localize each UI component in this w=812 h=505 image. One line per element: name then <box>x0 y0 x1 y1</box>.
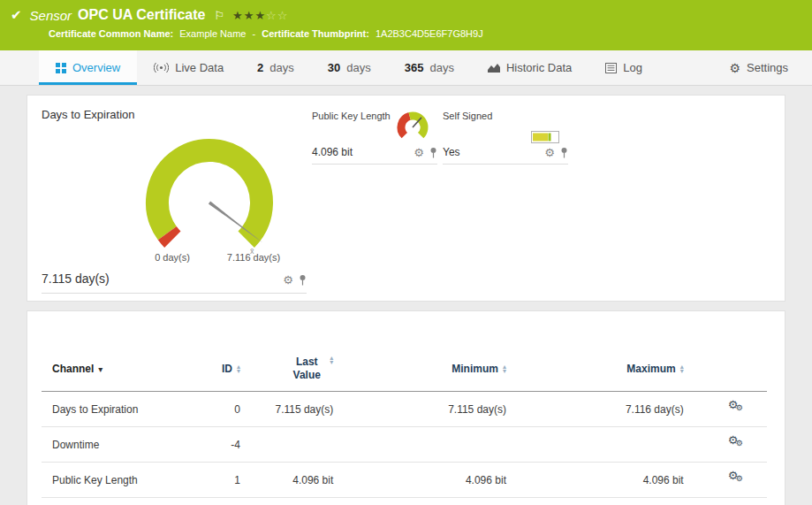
tab-label: days <box>346 61 370 74</box>
tab-historic-data[interactable]: Historic Data <box>471 50 588 85</box>
channel-minimum: 4.096 bit <box>354 463 527 498</box>
col-label: Last Value <box>288 356 325 382</box>
gauge-title: Days to Expiration <box>42 108 307 121</box>
sort-icon: ▴▾ <box>237 364 240 373</box>
tab-label: Historic Data <box>506 61 572 74</box>
tab-label: Overview <box>72 61 120 74</box>
channel-id: -4 <box>193 427 262 463</box>
sensor-overview-page: ✔ Sensor OPC UA Certificate ⚐ ★★★☆☆ Cert… <box>0 0 812 505</box>
col-header-channel[interactable]: Channel ▾ <box>42 348 193 392</box>
public-key-gauge-dial <box>393 110 432 143</box>
channel-settings-icon[interactable]: ⚙ <box>414 147 424 158</box>
log-list-icon <box>605 63 617 73</box>
channel-minimum: 7.115 day(s) <box>354 392 527 427</box>
tab-log[interactable]: Log <box>588 50 659 85</box>
channel-last-value: 7.115 day(s) <box>262 392 354 427</box>
self-signed-indicator <box>531 131 559 143</box>
tab-2-days[interactable]: 2 days <box>240 50 311 85</box>
channel-name: Self Signed <box>42 498 193 505</box>
gauge-footer: 4.096 bit ⚙ <box>312 146 437 165</box>
tab-number: 30 <box>328 61 340 74</box>
thumbprint-label: Certificate Thumbprint: <box>262 28 369 39</box>
table-row: Downtime -4 ⚙⚙ <box>42 427 767 463</box>
gauge-self-signed: Self Signed Yes ⚙ <box>443 108 568 165</box>
stars-filled: ★★★ <box>232 9 266 22</box>
col-label: Channel <box>52 363 94 375</box>
table-header-row: Channel ▾ ID ▴▾ Last Val <box>42 348 767 392</box>
channel-settings-icon[interactable]: ⚙⚙ <box>727 401 745 415</box>
channel-settings-icon[interactable]: ⚙ <box>283 274 293 286</box>
table-row: Days to Expiration 0 7.115 day(s) 7.115 … <box>42 392 767 427</box>
channel-last-value: 4.096 bit <box>262 463 354 498</box>
gauge-value: Yes <box>443 146 460 158</box>
sort-active-icon: ▾ <box>98 364 102 374</box>
tab-label: days <box>429 61 453 74</box>
gauge-footer: 7.115 day(s) ⚙ <box>42 272 307 294</box>
pin-icon[interactable] <box>299 274 307 286</box>
pin-icon[interactable] <box>560 147 568 158</box>
channel-last-value <box>262 427 354 463</box>
sort-icon: ▴▾ <box>330 356 333 364</box>
channel-maximum: Yes <box>527 498 705 505</box>
sensor-header-line1: ✔ Sensor OPC UA Certificate ⚐ ★★★☆☆ <box>0 0 812 23</box>
stars-empty: ☆☆ <box>266 9 288 22</box>
tab-number: 2 <box>257 61 263 74</box>
tab-label: Settings <box>747 61 788 74</box>
col-header-maximum[interactable]: Maximum ▴▾ <box>527 348 705 392</box>
table-row: Self Signed 2 Yes Yes Yes ⚙⚙ <box>42 498 767 505</box>
days-gauge-dial: x̄ <box>121 121 298 272</box>
sensor-kind-label: Sensor <box>30 8 72 23</box>
col-label: Minimum <box>452 363 498 375</box>
common-name-label: Certificate Common Name: <box>49 28 173 39</box>
tab-label: Live Data <box>175 61 224 74</box>
status-ok-icon: ✔ <box>11 7 22 23</box>
gauge-footer: Yes ⚙ <box>443 146 568 165</box>
page-title: OPC UA Certificate <box>78 7 205 23</box>
tab-bar: Overview Live Data 2 days 30 days 365 da… <box>0 50 812 86</box>
col-label: Maximum <box>626 363 675 375</box>
col-label: ID <box>222 363 232 375</box>
gauge-title: Self Signed <box>443 108 568 121</box>
table-row: Public Key Length 1 4.096 bit 4.096 bit … <box>42 463 767 498</box>
sort-icon: ▴▾ <box>680 364 684 373</box>
subtitle-separator: - <box>253 28 256 39</box>
channel-settings-icon[interactable]: ⚙⚙ <box>727 436 745 450</box>
col-header-last-value[interactable]: Last Value ▴▾ <box>262 348 354 392</box>
tab-365-days[interactable]: 365 days <box>388 50 471 85</box>
channel-minimum: Yes <box>354 498 527 505</box>
priority-flag-icon[interactable]: ⚐ <box>214 9 224 22</box>
historic-chart-icon <box>488 63 500 73</box>
tab-number: 365 <box>405 61 424 74</box>
tab-settings[interactable]: ⚙ Settings <box>712 50 805 85</box>
col-header-actions <box>705 348 767 392</box>
channel-id: 2 <box>193 498 262 505</box>
channels-panel: Channel ▾ ID ▴▾ Last Val <box>27 310 785 505</box>
broadcast-icon <box>154 62 169 73</box>
main-content: Days to Expiration x̄ 0 day(s) 7.116 day… <box>0 86 812 505</box>
channel-settings-icon[interactable]: ⚙⚙ <box>727 471 745 486</box>
overview-grid-icon <box>56 63 66 73</box>
sort-icon: ▴▾ <box>503 364 506 373</box>
gauge-days-to-expiration: Days to Expiration x̄ 0 day(s) 7.116 day… <box>42 108 307 294</box>
thumbprint-value: 1A2B3C4D5E6F7G8H9J <box>376 28 483 39</box>
priority-stars[interactable]: ★★★☆☆ <box>232 9 288 22</box>
gauge-value: 7.115 day(s) <box>42 272 110 286</box>
channel-last-value: Yes <box>262 498 354 505</box>
days-gauge-area: x̄ 0 day(s) 7.116 day(s) <box>42 121 307 270</box>
pin-icon[interactable] <box>429 147 437 158</box>
channel-name: Public Key Length <box>42 463 193 498</box>
settings-gear-icon: ⚙ <box>729 61 740 75</box>
tab-label: days <box>269 61 293 74</box>
tab-overview[interactable]: Overview <box>39 50 137 85</box>
tab-30-days[interactable]: 30 days <box>311 50 388 85</box>
col-header-id[interactable]: ID ▴▾ <box>193 348 262 392</box>
tab-label: Log <box>623 61 642 74</box>
common-name-value: Example Name <box>179 28 246 39</box>
channel-settings-icon[interactable]: ⚙ <box>544 147 555 158</box>
col-header-minimum[interactable]: Minimum ▴▾ <box>354 348 527 392</box>
channel-minimum <box>354 427 527 463</box>
sensor-subtitle: Certificate Common Name: Example Name - … <box>0 23 812 39</box>
channel-maximum <box>527 427 705 463</box>
tab-live-data[interactable]: Live Data <box>137 50 240 85</box>
channel-id: 1 <box>193 463 262 498</box>
